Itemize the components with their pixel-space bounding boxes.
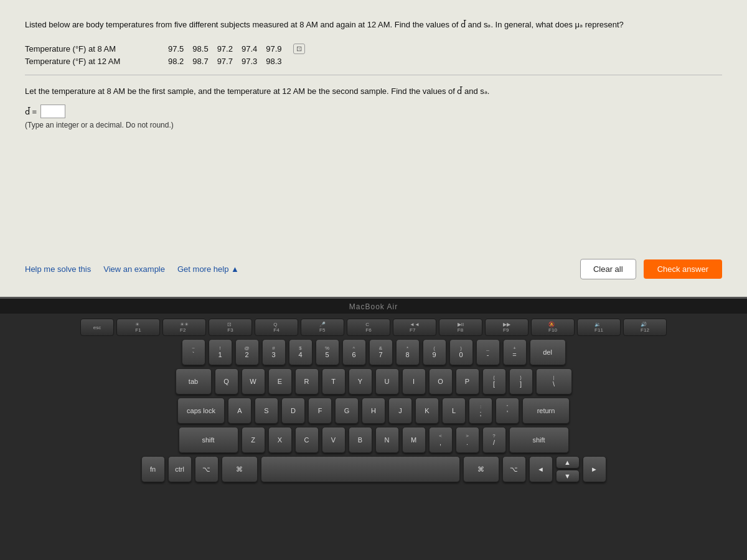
key-y[interactable]: Y bbox=[349, 368, 372, 394]
key-space[interactable] bbox=[261, 456, 460, 482]
key-f9[interactable]: ▶▶F9 bbox=[485, 319, 529, 336]
key-f6[interactable]: CF6 bbox=[347, 319, 390, 336]
key-option-right[interactable]: ⌥ bbox=[502, 456, 526, 482]
key-f12[interactable]: 🔊F12 bbox=[623, 319, 667, 336]
help-me-solve-button[interactable]: Help me solve this bbox=[25, 261, 91, 278]
row2-v1: 98.2 bbox=[168, 55, 192, 67]
key-0[interactable]: )0 bbox=[449, 339, 473, 365]
key-left[interactable]: ◄ bbox=[529, 456, 553, 482]
key-comma[interactable]: <, bbox=[429, 427, 453, 453]
get-more-help-button[interactable]: Get more help ▲ bbox=[177, 261, 239, 278]
key-rshift[interactable]: shift bbox=[509, 427, 569, 453]
row2-v3: 97.7 bbox=[217, 55, 242, 67]
key-lshift[interactable]: shift bbox=[179, 427, 238, 453]
clear-all-button[interactable]: Clear all bbox=[580, 259, 636, 279]
key-fn[interactable]: fn bbox=[141, 456, 165, 482]
key-slash[interactable]: ?/ bbox=[482, 427, 506, 453]
key-f8[interactable]: ▶IIF8 bbox=[439, 319, 482, 336]
key-7[interactable]: &7 bbox=[369, 339, 393, 365]
key-delete[interactable]: del bbox=[530, 339, 566, 365]
key-ctrl[interactable]: ctrl bbox=[168, 456, 192, 482]
key-tab[interactable]: tab bbox=[176, 368, 212, 394]
key-w[interactable]: W bbox=[242, 368, 265, 394]
key-l[interactable]: L bbox=[442, 398, 466, 424]
key-down[interactable]: ▼ bbox=[556, 470, 580, 482]
key-s[interactable]: S bbox=[255, 398, 278, 424]
key-f11[interactable]: 🔉F11 bbox=[577, 319, 621, 336]
key-b[interactable]: B bbox=[349, 427, 372, 453]
row1-v2: 98.5 bbox=[192, 42, 217, 55]
key-semicolon[interactable]: :; bbox=[469, 398, 492, 424]
key-2[interactable]: @2 bbox=[235, 339, 259, 365]
key-i[interactable]: I bbox=[402, 368, 426, 394]
screen-area: Listed below are body temperatures from … bbox=[0, 0, 747, 299]
row2-v4: 97.3 bbox=[242, 55, 266, 67]
key-4[interactable]: $4 bbox=[289, 339, 312, 365]
key-right[interactable]: ► bbox=[583, 456, 606, 482]
key-x[interactable]: X bbox=[268, 427, 292, 453]
key-h[interactable]: H bbox=[362, 398, 385, 424]
sub-question: Let the temperature at 8 AM be the first… bbox=[25, 85, 722, 98]
fn-row: esc ☀F1 ☀☀F2 ⊡F3 QF4 🎤F5 CF6 ◄◄F7 ▶IIF8 … bbox=[6, 319, 741, 336]
key-minus[interactable]: _- bbox=[476, 339, 500, 365]
key-r[interactable]: R bbox=[295, 368, 319, 394]
key-lbracket[interactable]: {[ bbox=[482, 368, 506, 394]
key-u[interactable]: U bbox=[375, 368, 399, 394]
key-1[interactable]: !1 bbox=[209, 339, 232, 365]
key-f4[interactable]: QF4 bbox=[255, 319, 298, 336]
key-f10[interactable]: 🔕F10 bbox=[531, 319, 575, 336]
key-rbracket[interactable]: }] bbox=[509, 368, 533, 394]
key-option-left[interactable]: ⌥ bbox=[195, 456, 218, 482]
key-3[interactable]: #3 bbox=[262, 339, 286, 365]
expand-icon[interactable]: ⊡ bbox=[293, 44, 305, 54]
key-f2[interactable]: ☀☀F2 bbox=[162, 319, 206, 336]
key-k[interactable]: K bbox=[415, 398, 439, 424]
key-t[interactable]: T bbox=[322, 368, 345, 394]
row1-v3: 97.2 bbox=[217, 42, 242, 55]
zxcv-row: shift Z X C V B N M <, >. ?/ shift bbox=[6, 427, 741, 453]
view-example-button[interactable]: View an example bbox=[103, 261, 165, 278]
data-table: Temperature (°F) at 8 AM 97.5 98.5 97.2 … bbox=[25, 42, 314, 67]
key-f5[interactable]: 🎤F5 bbox=[301, 319, 344, 336]
key-z[interactable]: Z bbox=[242, 427, 265, 453]
check-answer-button[interactable]: Check answer bbox=[644, 259, 722, 279]
key-p[interactable]: P bbox=[456, 368, 479, 394]
key-cmd-left[interactable]: ⌘ bbox=[222, 456, 258, 482]
key-f1[interactable]: ☀F1 bbox=[116, 319, 160, 336]
key-q[interactable]: Q bbox=[215, 368, 238, 394]
key-c[interactable]: C bbox=[295, 427, 319, 453]
row1-label: Temperature (°F) at 8 AM bbox=[25, 42, 168, 55]
key-cmd-right[interactable]: ⌘ bbox=[463, 456, 499, 482]
keyboard: esc ☀F1 ☀☀F2 ⊡F3 QF4 🎤F5 CF6 ◄◄F7 ▶IIF8 … bbox=[0, 314, 747, 560]
key-8[interactable]: *8 bbox=[396, 339, 420, 365]
key-d[interactable]: D bbox=[281, 398, 305, 424]
key-e[interactable]: E bbox=[268, 368, 292, 394]
number-row: ~` !1 @2 #3 $4 %5 ^6 &7 *8 (9 )0 _- += d… bbox=[6, 339, 741, 365]
key-f7[interactable]: ◄◄F7 bbox=[393, 319, 436, 336]
key-g[interactable]: G bbox=[335, 398, 359, 424]
key-n[interactable]: N bbox=[375, 427, 399, 453]
key-5[interactable]: %5 bbox=[316, 339, 339, 365]
key-m[interactable]: M bbox=[402, 427, 426, 453]
key-j[interactable]: J bbox=[388, 398, 412, 424]
key-a[interactable]: A bbox=[228, 398, 251, 424]
key-o[interactable]: O bbox=[429, 368, 453, 394]
key-period[interactable]: >. bbox=[456, 427, 479, 453]
key-f[interactable]: F bbox=[308, 398, 332, 424]
key-return[interactable]: return bbox=[522, 398, 570, 424]
key-esc[interactable]: esc bbox=[80, 319, 114, 336]
key-quote[interactable]: "' bbox=[496, 398, 519, 424]
key-caps[interactable]: caps lock bbox=[177, 398, 225, 424]
bottom-row: fn ctrl ⌥ ⌘ ⌘ ⌥ ◄ ▲ ▼ ► bbox=[6, 456, 741, 482]
key-f3[interactable]: ⊡F3 bbox=[209, 319, 252, 336]
key-equals[interactable]: += bbox=[503, 339, 527, 365]
key-v[interactable]: V bbox=[322, 427, 345, 453]
key-up[interactable]: ▲ bbox=[556, 456, 580, 469]
key-backtick[interactable]: ~` bbox=[182, 339, 205, 365]
key-6[interactable]: ^6 bbox=[342, 339, 366, 365]
row2-label: Temperature (°F) at 12 AM bbox=[25, 55, 168, 67]
key-9[interactable]: (9 bbox=[423, 339, 446, 365]
answer-input[interactable] bbox=[40, 105, 65, 118]
key-backslash[interactable]: |\ bbox=[536, 368, 572, 394]
main-question: Listed below are body temperatures from … bbox=[25, 19, 722, 31]
